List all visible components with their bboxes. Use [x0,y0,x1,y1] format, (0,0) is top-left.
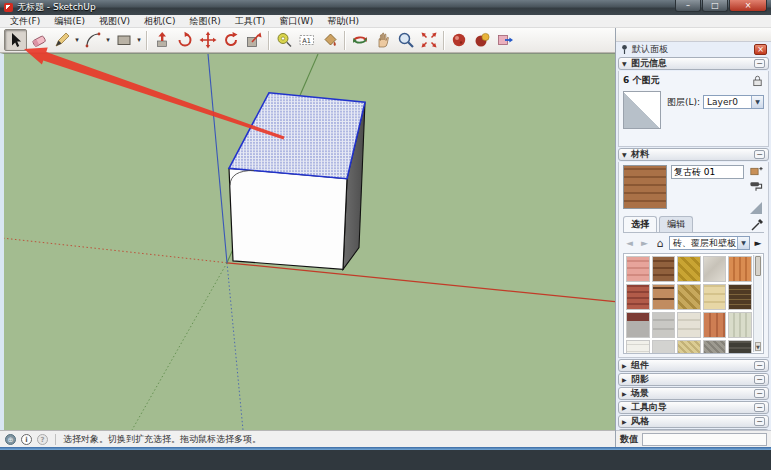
sample-paint-icon[interactable] [750,218,764,232]
section-collapse-button[interactable]: − [754,417,765,426]
material-swatch[interactable] [703,284,727,310]
entity-info-header[interactable]: ▼ 图元信息 − [618,57,769,70]
menu-item[interactable]: 文件(F) [3,15,47,27]
model-canvas[interactable] [4,54,615,430]
share-model-button[interactable] [470,29,493,51]
chevron-down-icon[interactable]: ▼ [751,96,763,108]
geolocation-icon[interactable]: ⊕ [5,434,16,445]
layer-dropdown[interactable]: Layer0 ▼ [703,95,764,109]
tape-measure-tool-button[interactable] [272,29,295,51]
material-category-dropdown[interactable]: 砖、覆层和壁板 ▼ [669,236,750,250]
menu-item[interactable]: 绘图(R) [182,15,227,27]
credits-icon[interactable]: i [21,434,32,445]
zoom-extents-tool-button[interactable] [417,29,440,51]
panel-section-header[interactable]: ▶ 工具向导 − [618,401,769,414]
section-title: 场景 [631,387,754,400]
panel-close-button[interactable]: × [754,44,767,55]
tab-select[interactable]: 选择 [623,216,657,232]
preview-resize-corner[interactable] [750,202,762,214]
panel-section-header[interactable]: ▶ 阴影 − [618,373,769,386]
help-icon[interactable]: ? [37,434,48,445]
material-swatch[interactable] [677,312,701,338]
arc-tool-dropdown[interactable]: ▾ [104,36,112,44]
back-arrow-icon[interactable]: ◄ [623,238,636,248]
menu-item[interactable]: 编辑(E) [47,15,92,27]
rectangle-tool-button[interactable] [112,29,135,51]
materials-scrollbar[interactable]: ▼ [753,255,762,352]
zoom-tool-button[interactable] [394,29,417,51]
home-icon[interactable]: ⌂ [653,237,667,250]
material-swatch[interactable] [677,256,701,282]
create-material-icon[interactable] [750,165,763,178]
material-swatch[interactable] [626,340,650,354]
material-swatch[interactable] [626,256,650,282]
chevron-down-icon[interactable]: ▼ [737,237,749,249]
panel-section-header[interactable]: ▶ 场景 − [618,387,769,400]
entity-info-collapse-button[interactable]: − [754,59,765,68]
menu-bar: 文件(F)编辑(E)视图(V)相机(C)绘图(R)工具(T)窗口(W)帮助(H) [0,15,771,28]
measurements-input[interactable] [642,433,767,446]
material-swatch[interactable] [677,340,701,354]
follow-me-tool-button[interactable] [173,29,196,51]
secondary-pane-icon[interactable]: ► [752,238,764,248]
push-pull-tool-button[interactable] [150,29,173,51]
material-swatch[interactable] [728,340,752,354]
minimize-button[interactable]: – [675,0,701,12]
select-tool-button[interactable] [4,29,27,51]
set-paint-material-icon[interactable] [749,181,763,193]
material-swatch[interactable] [703,340,727,354]
material-swatch[interactable] [703,256,727,282]
material-swatch[interactable] [728,284,752,310]
eraser-tool-button[interactable] [27,29,50,51]
rotate-tool-button[interactable] [219,29,242,51]
dimension-text-tool-button[interactable]: A1 [295,29,318,51]
material-swatch[interactable] [626,284,650,310]
arc-tool-button[interactable] [81,29,104,51]
pan-tool-button[interactable] [371,29,394,51]
material-swatch[interactable] [728,256,752,282]
scroll-down-arrow[interactable]: ▼ [755,342,761,351]
offset-tool-button[interactable] [242,29,265,51]
paint-bucket-tool-button[interactable] [318,29,341,51]
section-collapse-button[interactable]: − [754,403,765,412]
section-collapse-button[interactable]: − [754,375,765,384]
material-swatch[interactable] [652,256,676,282]
close-button[interactable]: × [729,0,767,12]
forward-arrow-icon[interactable]: ► [638,238,651,248]
move-tool-button[interactable] [196,29,219,51]
material-name-input[interactable] [671,165,744,179]
material-preview[interactable] [623,165,667,209]
viewport[interactable] [0,53,615,430]
materials-header[interactable]: ▼ 材料 − [618,148,769,161]
menu-item[interactable]: 帮助(H) [320,15,366,27]
material-swatch[interactable] [652,284,676,310]
pin-icon[interactable] [620,44,629,55]
material-swatch[interactable] [703,312,727,338]
tab-edit[interactable]: 编辑 [659,216,693,232]
menu-item[interactable]: 视图(V) [92,15,137,27]
materials-collapse-button[interactable]: − [754,150,765,159]
menu-item[interactable]: 工具(T) [228,15,273,27]
cube-top-face-selected[interactable] [229,93,365,179]
material-swatch[interactable] [728,312,752,338]
menu-item[interactable]: 相机(C) [137,15,182,27]
section-collapse-button[interactable]: − [754,361,765,370]
menu-item[interactable]: 窗口(W) [272,15,320,27]
line-tool-button[interactable] [50,29,73,51]
cube-front-face[interactable] [229,168,347,269]
lock-icon[interactable] [751,74,764,87]
material-swatch[interactable] [652,312,676,338]
panel-section-header[interactable]: ▶ 组件 − [618,359,769,372]
share-component-button[interactable] [493,29,516,51]
orbit-tool-button[interactable] [348,29,371,51]
scrollbar-thumb[interactable] [755,256,761,276]
maximize-button[interactable]: □ [702,0,728,12]
get-models-button[interactable] [447,29,470,51]
panel-section-header[interactable]: ▶ 风格 − [618,415,769,428]
material-swatch[interactable] [677,284,701,310]
line-tool-dropdown[interactable]: ▾ [73,36,81,44]
rectangle-tool-dropdown[interactable]: ▾ [135,36,143,44]
material-swatch[interactable] [626,312,650,338]
material-swatch[interactable] [652,340,676,354]
section-collapse-button[interactable]: − [754,389,765,398]
